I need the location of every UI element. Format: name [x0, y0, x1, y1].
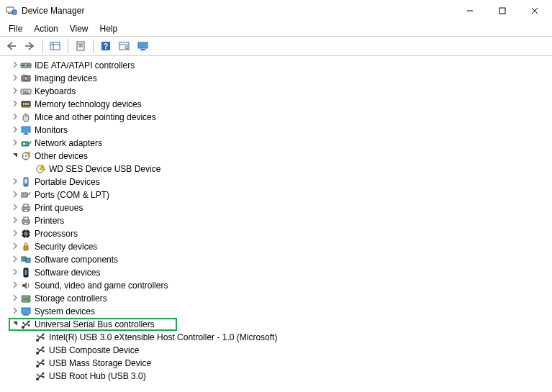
expand-arrow-icon[interactable] — [10, 281, 20, 290]
expand-arrow-icon[interactable] — [10, 255, 20, 264]
help-button[interactable]: ? — [97, 38, 114, 54]
expand-arrow-icon[interactable] — [10, 294, 20, 303]
menu-action[interactable]: Action — [28, 22, 63, 35]
svg-point-18 — [125, 46, 128, 49]
menu-view[interactable]: View — [64, 22, 94, 35]
collapse-arrow-icon[interactable] — [10, 320, 20, 329]
ports-icon — [20, 189, 32, 201]
svg-point-27 — [24, 77, 28, 81]
tree-item-label: Monitors — [35, 125, 68, 135]
expand-arrow-icon[interactable] — [10, 61, 20, 70]
tree-item-label: Universal Serial Bus controllers — [35, 319, 155, 329]
close-button[interactable] — [518, 0, 551, 22]
usbdev-icon — [35, 370, 46, 382]
menu-file[interactable]: File — [3, 22, 28, 35]
expand-arrow-icon[interactable] — [10, 268, 20, 277]
usbdev-icon — [35, 345, 46, 356]
svg-rect-43 — [23, 134, 29, 135]
tree-item-label: WD SES Device USB Device — [49, 164, 160, 174]
device-category[interactable]: Universal Serial Bus controllers — [10, 318, 552, 331]
device-item[interactable]: Intel(R) USB 3.0 eXtensible Host Control… — [10, 331, 552, 344]
device-category[interactable]: Storage controllers — [10, 292, 552, 305]
device-category[interactable]: IDE ATA/ATAPI controllers — [10, 59, 552, 72]
device-category[interactable]: Software components — [10, 253, 552, 266]
svg-rect-88 — [23, 314, 29, 316]
tree-item-label: Printers — [35, 216, 64, 226]
svg-rect-33 — [23, 93, 29, 94]
collapse-arrow-icon[interactable] — [10, 152, 20, 160]
svg-rect-82 — [25, 270, 27, 275]
monitor-button[interactable] — [135, 38, 152, 54]
svg-rect-111 — [42, 363, 45, 365]
device-category[interactable]: Processors — [10, 227, 552, 240]
cpu-icon — [20, 228, 32, 240]
device-category[interactable]: Keyboards — [10, 85, 552, 98]
expand-arrow-icon[interactable] — [10, 229, 20, 238]
printq-icon — [20, 202, 32, 214]
svg-point-60 — [23, 194, 24, 195]
device-category[interactable]: Portable Devices — [10, 176, 552, 188]
device-category[interactable]: Ports (COM & LPT) — [10, 188, 552, 201]
expand-arrow-icon[interactable] — [10, 178, 20, 186]
tree-item-label: Other devices — [35, 151, 88, 161]
expand-arrow-icon[interactable] — [10, 216, 20, 225]
tree-item-label: Imaging devices — [35, 73, 97, 83]
expand-arrow-icon[interactable] — [10, 139, 20, 147]
expand-arrow-icon[interactable] — [10, 204, 20, 212]
properties-button[interactable] — [72, 38, 89, 54]
svg-rect-30 — [22, 91, 24, 92]
device-category[interactable]: Security devices — [10, 240, 552, 253]
svg-rect-69 — [24, 232, 27, 235]
svg-rect-87 — [22, 308, 30, 314]
device-category[interactable]: Network adapters — [10, 137, 552, 150]
expand-arrow-icon[interactable] — [10, 307, 20, 316]
device-item[interactable]: USB Root Hub (USB 3.0) — [10, 370, 552, 383]
device-category[interactable]: Software devices — [10, 266, 552, 279]
expand-arrow-icon[interactable] — [10, 242, 20, 251]
svg-point-109 — [42, 360, 45, 362]
device-category[interactable]: Print queues — [10, 201, 552, 214]
scan-hardware-button[interactable] — [116, 38, 133, 54]
device-item[interactable]: USB Mass Storage Device — [10, 357, 552, 370]
device-category[interactable]: Sound, video and game controllers — [10, 279, 552, 292]
printer-icon — [20, 215, 32, 227]
menubar: File Action View Help — [0, 22, 552, 36]
device-category[interactable]: Imaging devices — [10, 72, 552, 85]
device-category[interactable]: Memory technology devices — [10, 98, 552, 111]
device-category[interactable]: System devices — [10, 305, 552, 318]
memtech-icon — [20, 99, 32, 110]
expand-arrow-icon[interactable] — [10, 100, 20, 109]
svg-rect-7 — [50, 42, 60, 50]
device-category[interactable]: Mice and other pointing devices — [10, 111, 552, 124]
svg-point-115 — [42, 373, 45, 375]
tree-item-label: USB Root Hub (USB 3.0) — [49, 371, 146, 381]
maximize-button[interactable] — [486, 0, 518, 22]
tree-item-label: Software devices — [35, 268, 100, 278]
tree-item-label: Ports (COM & LPT) — [35, 190, 109, 200]
forward-button[interactable] — [22, 38, 39, 54]
svg-point-61 — [25, 194, 26, 195]
minimize-button[interactable] — [453, 0, 486, 22]
toolbar-separator — [68, 39, 68, 53]
device-category[interactable]: !Other devices — [10, 150, 552, 163]
expand-arrow-icon[interactable] — [10, 191, 20, 199]
svg-rect-2 — [12, 10, 17, 14]
expand-arrow-icon[interactable] — [10, 126, 20, 135]
device-category[interactable]: Monitors — [10, 124, 552, 137]
svg-rect-41 — [22, 127, 30, 132]
device-manager-app-icon — [6, 5, 17, 17]
svg-rect-79 — [22, 257, 26, 261]
expand-arrow-icon[interactable] — [10, 113, 20, 122]
show-hide-console-tree-button[interactable] — [47, 38, 64, 54]
back-button[interactable] — [3, 38, 20, 54]
network-icon — [20, 137, 32, 149]
device-item[interactable]: !WD SES Device USB Device — [10, 163, 552, 176]
svg-point-47 — [25, 155, 27, 157]
expand-arrow-icon[interactable] — [10, 87, 20, 96]
menu-help[interactable]: Help — [94, 22, 124, 35]
titlebar: Device Manager — [0, 0, 552, 22]
device-item[interactable]: USB Composite Device — [10, 344, 552, 357]
device-tree[interactable]: IDE ATA/ATAPI controllersImaging devices… — [0, 56, 552, 392]
device-category[interactable]: Printers — [10, 214, 552, 227]
expand-arrow-icon[interactable] — [10, 74, 20, 83]
